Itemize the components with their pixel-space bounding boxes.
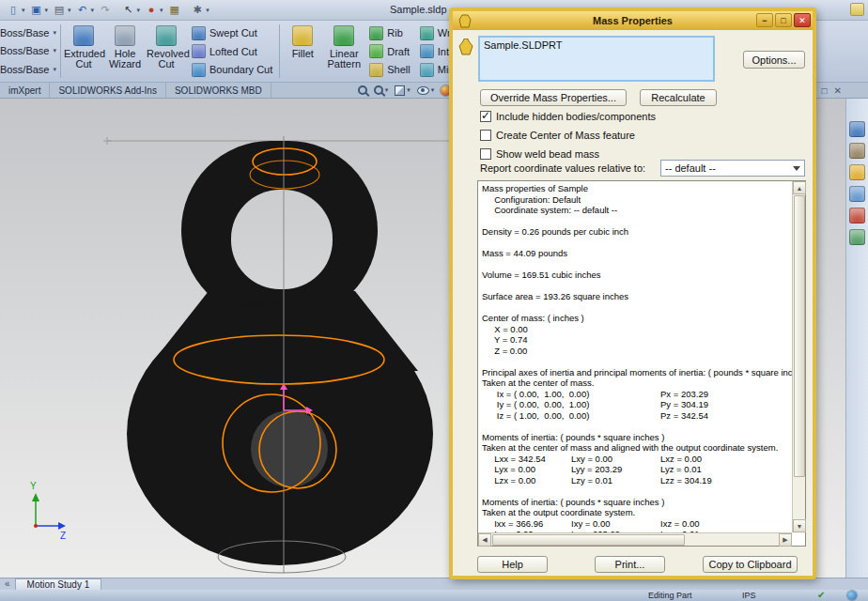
lofted-cut-button[interactable]: Lofted Cut xyxy=(192,43,272,60)
swept-cut-icon xyxy=(192,26,206,40)
revolved-cut-button[interactable]: Revolved Cut xyxy=(146,21,187,82)
extruded-cut-icon xyxy=(73,25,94,46)
show-weld-bead-checkbox[interactable]: Show weld bead mass xyxy=(480,147,656,161)
minimize-button[interactable]: − xyxy=(756,13,773,27)
rib-button[interactable]: Rib xyxy=(369,24,410,41)
tab-motion-study-1[interactable]: Motion Study 1 xyxy=(15,578,102,590)
create-center-of-mass-checkbox[interactable]: Create Center of Mass feature xyxy=(480,129,656,142)
extruded-cut-button[interactable]: Extruded Cut xyxy=(63,21,104,82)
boss-base-column: Boss/Base ▾ Boss/Base ▾ ry Boss/Base ▾ xyxy=(0,21,58,82)
undo-icon[interactable]: ↶ ▾ xyxy=(73,2,97,19)
print-icon[interactable]: ▤ ▾ xyxy=(50,2,73,19)
draft-button[interactable]: Draft xyxy=(369,43,410,60)
new-document-icon[interactable]: ▯ ▾ xyxy=(4,2,27,19)
swept-cut-button[interactable]: Swept Cut xyxy=(192,24,272,41)
status-bar: Editing Part IPS ✔ xyxy=(0,590,868,601)
restore-window-icon[interactable]: □ xyxy=(822,85,828,96)
dropdown-caret-icon: ▾ xyxy=(22,7,25,14)
dropdown-caret-icon: ▾ xyxy=(53,47,56,54)
tab-dimxpert[interactable]: imXpert xyxy=(0,83,50,98)
dialog-titlebar[interactable]: Mass Properties − □ ✕ xyxy=(453,11,813,30)
recalculate-button[interactable]: Recalculate xyxy=(640,89,717,106)
toolbar-separator xyxy=(279,24,280,78)
results-text: Mass properties of Sample Configuration:… xyxy=(478,181,792,532)
select-arrow-icon[interactable]: ↖ ▾ xyxy=(119,2,143,19)
dropdown-caret-icon: ▾ xyxy=(137,7,141,14)
collapse-chevron-icon[interactable]: « xyxy=(0,578,15,590)
include-hidden-bodies-checkbox[interactable]: Include hidden bodies/components xyxy=(480,110,656,123)
tab-solidworks-mbd[interactable]: SOLIDWORKS MBD xyxy=(166,83,271,98)
document-window-controls: □ ✕ xyxy=(822,85,842,96)
close-window-icon[interactable]: ✕ xyxy=(834,85,842,96)
zoom-fit-button[interactable] xyxy=(358,85,367,95)
close-button[interactable]: ✕ xyxy=(794,13,811,27)
horizontal-scroll-thumb[interactable] xyxy=(492,534,685,546)
scroll-up-icon[interactable]: ▲ xyxy=(793,181,806,194)
display-style-button[interactable]: ▾ xyxy=(395,85,411,96)
override-mass-properties-button[interactable]: Override Mass Properties... xyxy=(480,89,627,106)
vertical-scrollbar[interactable]: ▲ ▼ xyxy=(792,181,805,532)
checkbox-box[interactable] xyxy=(480,148,491,160)
solidworks-resources-icon[interactable] xyxy=(849,121,865,137)
document-title: Sample.sldp xyxy=(390,4,447,15)
view-palette-icon[interactable] xyxy=(849,186,865,202)
zoom-fit-icon xyxy=(358,85,367,95)
status-units[interactable]: IPS xyxy=(742,591,756,600)
task-pane xyxy=(845,99,868,578)
file-properties-icon[interactable]: ▦ ▾ xyxy=(165,2,189,19)
coordinate-system-dropdown[interactable]: -- default -- xyxy=(660,160,805,177)
save-icon[interactable]: ▣ ▾ xyxy=(27,2,51,19)
dropdown-caret-icon: ▾ xyxy=(53,66,56,73)
appearances-icon[interactable] xyxy=(849,208,865,223)
fillet-button[interactable]: Fillet xyxy=(282,21,323,82)
selected-items-box[interactable]: Sample.SLDPRT xyxy=(478,36,715,82)
redo-icon[interactable]: ↷ ▾ xyxy=(96,2,119,19)
zoom-area-button[interactable]: ▾ xyxy=(374,85,389,95)
vertical-scroll-thumb[interactable] xyxy=(794,195,805,477)
checkbox-box[interactable] xyxy=(480,130,491,141)
design-library-icon[interactable] xyxy=(849,143,865,159)
copy-to-clipboard-button[interactable]: Copy to Clipboard xyxy=(703,556,798,573)
rebuild-icon[interactable]: ● ▾ xyxy=(142,2,165,19)
dropdown-value: -- default -- xyxy=(665,162,716,174)
highlighted-face[interactable] xyxy=(251,410,328,487)
print-button[interactable]: Print... xyxy=(595,556,665,573)
checkbox-box[interactable] xyxy=(480,111,491,122)
scroll-left-icon[interactable]: ◀ xyxy=(478,533,491,547)
boundary-cut-button[interactable]: Boundary Cut xyxy=(192,61,272,78)
dialog-title: Mass Properties xyxy=(593,15,673,26)
options-icon[interactable]: ✱ ▾ xyxy=(188,2,211,19)
horizontal-scrollbar[interactable]: ◀ ▶ xyxy=(478,532,792,546)
boundary-boss-base-flyout[interactable]: ry Boss/Base ▾ xyxy=(0,62,58,78)
tab-solidworks-add-ins[interactable]: SOLIDWORKS Add-Ins xyxy=(50,83,165,98)
linear-pattern-button[interactable]: Linear Pattern xyxy=(323,21,364,82)
lofted-cut-icon xyxy=(192,44,206,58)
globe-icon xyxy=(847,591,857,600)
rib-icon xyxy=(369,26,383,40)
boss-base-flyout-1[interactable]: Boss/Base ▾ xyxy=(0,24,58,40)
help-button[interactable]: Help xyxy=(477,556,548,573)
status-check-icon: ✔ xyxy=(817,590,825,600)
selected-file: Sample.SLDPRT xyxy=(484,39,563,51)
dropdown-caret-icon: ▾ xyxy=(68,7,71,14)
shell-button[interactable]: Shell xyxy=(369,61,410,78)
hide-show-icon xyxy=(417,86,429,95)
custom-properties-icon[interactable] xyxy=(849,229,865,245)
scroll-down-icon[interactable]: ▼ xyxy=(793,519,806,532)
boss-base-flyout-2[interactable]: Boss/Base ▾ xyxy=(0,43,58,59)
dropdown-caret-icon: ▾ xyxy=(160,7,163,14)
window-menu-icon[interactable] xyxy=(850,3,864,16)
hide-show-items-button[interactable]: ▾ xyxy=(417,86,435,95)
dropdown-caret-icon: ▾ xyxy=(431,86,435,94)
file-explorer-icon[interactable] xyxy=(849,164,865,180)
hole-wizard-button[interactable]: Hole Wizard xyxy=(104,21,146,82)
toolbar-separator xyxy=(60,24,61,78)
dropdown-caret-icon: ▾ xyxy=(91,7,95,14)
boundary-cut-icon xyxy=(192,63,206,77)
options-button[interactable]: Options... xyxy=(743,51,805,69)
wrap-icon xyxy=(420,26,434,40)
chevron-down-icon xyxy=(793,166,800,171)
maximize-button[interactable]: □ xyxy=(775,13,792,27)
coordinate-values-label: Report coordinate values relative to: xyxy=(480,162,645,174)
scroll-right-icon[interactable]: ▶ xyxy=(779,533,792,547)
